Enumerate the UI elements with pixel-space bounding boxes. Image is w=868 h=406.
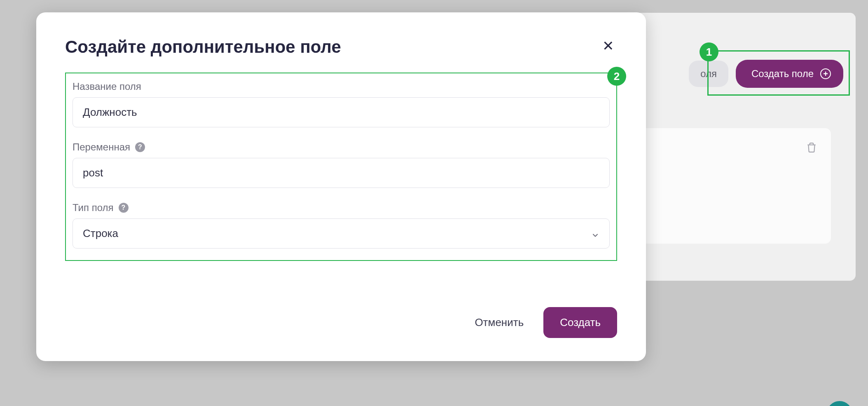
field-variable-group: Переменная ? (73, 141, 610, 188)
field-type-group: Тип поля ? Строка (73, 202, 610, 249)
create-field-button[interactable]: Создать поле + (736, 60, 843, 88)
background-pill-partial[interactable]: оля (689, 61, 728, 87)
modal-title: Создайте дополнительное поле (65, 37, 341, 57)
background-toolbar: оля Создать поле + (689, 60, 843, 88)
create-field-modal: Создайте дополнительное поле ✕ 2 Названи… (36, 12, 646, 361)
field-name-input[interactable] (73, 97, 610, 127)
field-variable-label-text: Переменная (73, 141, 130, 153)
submit-button[interactable]: Создать (543, 307, 617, 338)
help-chip[interactable] (827, 401, 852, 406)
annotation-box-2: 2 Название поля Переменная ? Тип поля ? … (65, 73, 617, 261)
field-type-label: Тип поля ? (73, 202, 610, 214)
create-field-button-label: Создать поле (751, 68, 814, 80)
trash-icon[interactable] (806, 142, 817, 155)
help-icon[interactable]: ? (119, 203, 129, 213)
field-type-label-text: Тип поля (73, 202, 114, 214)
chevron-down-icon (591, 230, 599, 238)
cancel-button[interactable]: Отменить (475, 316, 524, 329)
field-name-label-text: Название поля (73, 81, 141, 92)
field-type-value: Строка (83, 227, 118, 240)
modal-footer: Отменить Создать (65, 307, 617, 338)
annotation-badge-2: 2 (607, 67, 626, 86)
field-variable-input[interactable] (73, 158, 610, 188)
field-variable-label: Переменная ? (73, 141, 610, 153)
field-type-select[interactable]: Строка (73, 218, 610, 249)
plus-circle-icon: + (820, 68, 831, 79)
field-name-group: Название поля (73, 81, 610, 127)
modal-header: Создайте дополнительное поле ✕ (65, 37, 617, 57)
help-icon[interactable]: ? (135, 142, 145, 152)
close-icon[interactable]: ✕ (599, 37, 617, 54)
field-name-label: Название поля (73, 81, 610, 92)
